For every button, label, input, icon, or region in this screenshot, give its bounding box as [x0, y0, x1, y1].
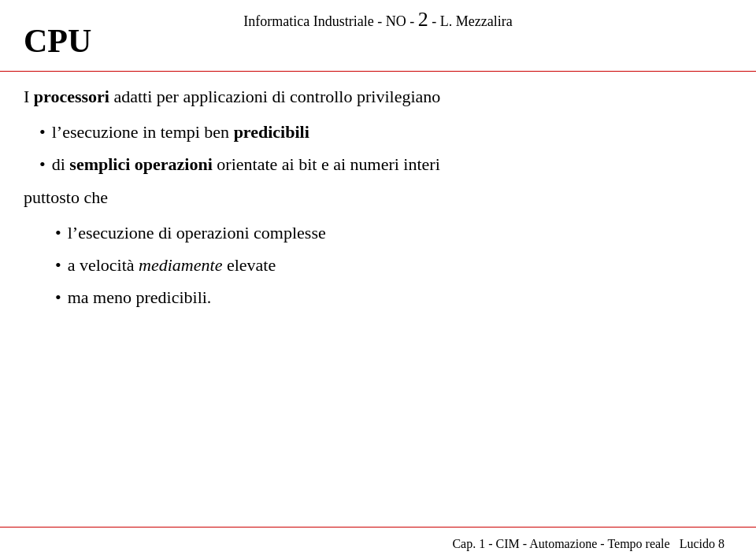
intro-prefix: I [24, 87, 34, 106]
sub-bullet-dot-1: • [55, 219, 61, 246]
footer-caption: Cap. 1 - CIM - Automazione - Tempo reale [452, 537, 669, 550]
slide-header: Informatica Industriale - NO - 2 - L. Me… [0, 8, 756, 31]
sub-bullet-item-3: • ma meno predicibili. [55, 283, 732, 311]
intro-rest: adatti per applicazioni di controllo pri… [109, 87, 440, 106]
slide-container: Informatica Industriale - NO - 2 - L. Me… [0, 0, 756, 559]
continuation-text: puttosto che [24, 183, 732, 211]
slide-number: 2 [418, 8, 428, 31]
sub-bullet-section: • l’esecuzione di operazioni complesse •… [55, 219, 732, 312]
top-divider [0, 71, 756, 72]
sub-bullet-text-3: ma meno predicibili. [68, 283, 732, 311]
footer-slide-label: Lucido 8 [680, 537, 724, 550]
header-text: Informatica Industriale - NO - [243, 13, 417, 29]
sub-bullet-dot-2: • [55, 251, 61, 279]
sub-bullet-text-1: l’esecuzione di operazioni complesse [68, 219, 732, 246]
italic-mediamente: mediamente [139, 255, 222, 275]
footer-text: Cap. 1 - CIM - Automazione - Tempo reale… [452, 537, 724, 551]
bullet-dot-2: • [39, 150, 46, 178]
main-content: I processori adatti per applicazioni di … [24, 83, 732, 316]
continuation-label: puttosto che [24, 187, 108, 207]
bullet-text-1: l’esecuzione in tempi ben predicibili [52, 118, 732, 146]
bold-operazioni: operazioni [135, 154, 213, 174]
bullet-text-2: di semplici operazioni orientate ai bit … [52, 150, 732, 178]
sub-bullet-item-1: • l’esecuzione di operazioni complesse [55, 219, 732, 246]
slide-footer: Cap. 1 - CIM - Automazione - Tempo reale… [0, 537, 724, 551]
bullet-item-1: • l’esecuzione in tempi ben predicibili [39, 118, 732, 146]
bottom-divider [0, 527, 756, 528]
header-author: - L. Mezzalira [428, 13, 513, 29]
bullet-item-2: • di semplici operazioni orientate ai bi… [39, 150, 732, 178]
intro-bold: processori [34, 87, 109, 106]
sub-bullet-text-2: a velocità mediamente elevate [68, 251, 732, 279]
bold-semplici: semplici [69, 154, 130, 174]
sub-bullet-item-2: • a velocità mediamente elevate [55, 251, 732, 279]
bullet-dot-1: • [39, 118, 46, 146]
intro-line: I processori adatti per applicazioni di … [24, 83, 732, 110]
page-title: CPU [24, 22, 91, 60]
sub-bullet-dot-3: • [55, 283, 61, 311]
bullet-section: • l’esecuzione in tempi ben predicibili … [39, 118, 732, 178]
bold-predicibili: predicibili [234, 122, 309, 142]
